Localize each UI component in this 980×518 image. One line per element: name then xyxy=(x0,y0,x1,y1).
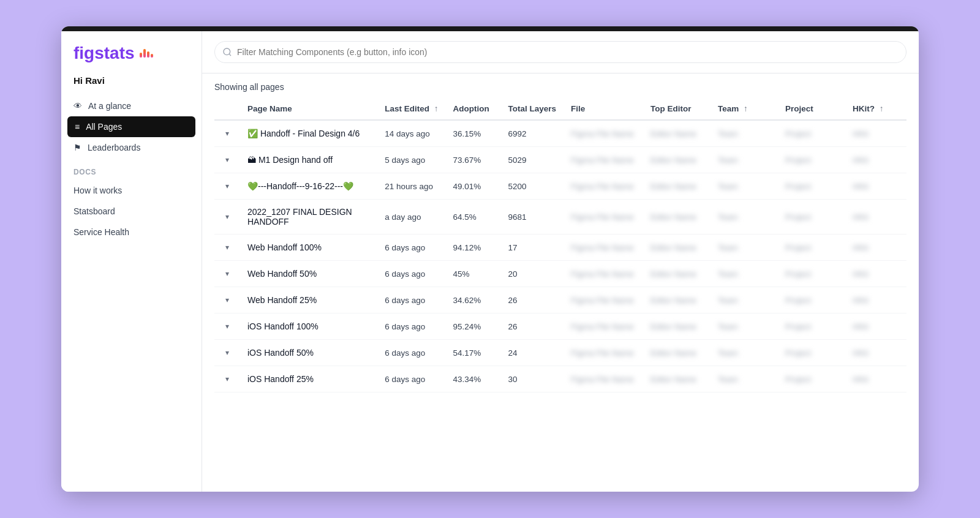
expand-button[interactable]: ▾ xyxy=(222,295,233,306)
search-input[interactable] xyxy=(214,41,907,63)
expand-cell[interactable]: ▾ xyxy=(214,235,240,261)
blurred-cell: Project xyxy=(785,182,811,191)
page-name-cell: 2022_1207 FINAL DESIGN HANDOFF xyxy=(240,200,377,235)
expand-cell[interactable]: ▾ xyxy=(214,261,240,287)
sidebar-item-how-it-works[interactable]: How it works xyxy=(61,180,202,201)
table-row: ▾ iOS Handoff 50% 6 days ago 54.17% 24 F… xyxy=(214,340,907,366)
logo-bar-1 xyxy=(140,53,142,58)
sidebar-item-at-a-glance[interactable]: 👁 At a glance xyxy=(61,96,202,116)
last-edited-cell: 5 days ago xyxy=(377,147,445,173)
last-edited-cell: 6 days ago xyxy=(377,340,445,366)
hkit-cell: HKit xyxy=(845,313,907,340)
team-cell: Team xyxy=(710,261,778,287)
expand-cell[interactable]: ▾ xyxy=(214,366,240,392)
page-name-cell: Web Handoff 25% xyxy=(240,287,377,313)
sidebar-item-leaderboards[interactable]: ⚑ Leaderboards xyxy=(61,137,202,158)
blurred-cell: Editor Name xyxy=(650,296,696,305)
team-cell: Team xyxy=(710,173,778,200)
page-name: 2022_1207 FINAL DESIGN HANDOFF xyxy=(247,207,352,227)
hkit-cell: HKit xyxy=(845,261,907,287)
adoption-cell: 73.67% xyxy=(445,147,500,173)
blurred-cell: Figma File Name xyxy=(571,296,634,305)
expand-button[interactable]: ▾ xyxy=(222,347,233,358)
expand-button[interactable]: ▾ xyxy=(222,321,233,332)
expand-cell[interactable]: ▾ xyxy=(214,340,240,366)
blurred-cell: Figma File Name xyxy=(571,348,634,358)
adoption-cell: 36.15% xyxy=(445,120,500,147)
project-cell: Project xyxy=(778,200,845,235)
expand-cell[interactable]: ▾ xyxy=(214,287,240,313)
last-edited-cell: 6 days ago xyxy=(377,313,445,340)
blurred-cell: Editor Name xyxy=(650,348,696,358)
top-editor-cell: Editor Name xyxy=(643,340,710,366)
blurred-cell: Team xyxy=(718,182,738,191)
blurred-cell: Figma File Name xyxy=(571,322,634,331)
sidebar-item-service-health[interactable]: Service Health xyxy=(61,222,202,242)
expand-cell[interactable]: ▾ xyxy=(214,147,240,173)
blurred-cell: Project xyxy=(785,129,811,138)
page-name-cell: 🏔 M1 Design hand off xyxy=(240,147,377,173)
layers-cell: 9681 xyxy=(500,200,564,235)
window-titlebar xyxy=(61,26,919,31)
blurred-cell: Figma File Name xyxy=(571,212,634,222)
sidebar-item-all-pages[interactable]: ≡ All Pages xyxy=(67,116,195,137)
layers-cell: 26 xyxy=(500,313,564,340)
last-edited-cell: 6 days ago xyxy=(377,366,445,392)
blurred-cell: HKit xyxy=(853,129,869,138)
expand-button[interactable]: ▾ xyxy=(222,154,233,165)
expand-button[interactable]: ▾ xyxy=(222,242,233,253)
expand-cell[interactable]: ▾ xyxy=(214,200,240,235)
file-cell: Figma File Name xyxy=(564,340,643,366)
col-file: File xyxy=(564,98,643,120)
page-name: Web Handoff 50% xyxy=(247,269,317,279)
expand-button[interactable]: ▾ xyxy=(222,211,233,222)
expand-cell[interactable]: ▾ xyxy=(214,120,240,147)
layers-cell: 20 xyxy=(500,261,564,287)
blurred-cell: Team xyxy=(718,129,738,138)
last-edited-cell: a day ago xyxy=(377,200,445,235)
blurred-cell: Figma File Name xyxy=(571,182,634,191)
layers-cell: 5200 xyxy=(500,173,564,200)
logo-bar-4 xyxy=(151,54,153,58)
adoption-cell: 94.12% xyxy=(445,235,500,261)
file-cell: Figma File Name xyxy=(564,235,643,261)
app-window: figstats Hi Ravi 👁 At a glance ≡ All Pag… xyxy=(61,26,919,492)
project-cell: Project xyxy=(778,120,845,147)
page-name-cell: iOS Handoff 25% xyxy=(240,366,377,392)
expand-cell[interactable]: ▾ xyxy=(214,313,240,340)
sidebar-item-statsboard[interactable]: Statsboard xyxy=(61,201,202,222)
table-row: ▾ 🏔 M1 Design hand off 5 days ago 73.67%… xyxy=(214,147,907,173)
search-bar-container xyxy=(202,31,919,73)
blurred-cell: Figma File Name xyxy=(571,129,634,138)
file-cell: Figma File Name xyxy=(564,173,643,200)
table-body: ▾ ✅ Handoff - Final Design 4/6 14 days a… xyxy=(214,120,907,392)
table-row: ▾ iOS Handoff 100% 6 days ago 95.24% 26 … xyxy=(214,313,907,340)
blurred-cell: Editor Name xyxy=(650,182,696,191)
blurred-cell: Project xyxy=(785,348,811,358)
page-name-cell: iOS Handoff 100% xyxy=(240,313,377,340)
table-row: ▾ iOS Handoff 25% 6 days ago 43.34% 30 F… xyxy=(214,366,907,392)
expand-button[interactable]: ▾ xyxy=(222,128,233,139)
blurred-cell: Editor Name xyxy=(650,129,696,138)
project-cell: Project xyxy=(778,313,845,340)
sidebar-item-label: Statsboard xyxy=(74,206,115,216)
file-cell: Figma File Name xyxy=(564,313,643,340)
page-name-cell: Web Handoff 100% xyxy=(240,235,377,261)
expand-button[interactable]: ▾ xyxy=(222,268,233,279)
team-cell: Team xyxy=(710,120,778,147)
blurred-cell: HKit xyxy=(853,322,869,331)
file-cell: Figma File Name xyxy=(564,261,643,287)
main-content: Showing all pages Page Name Last Edited xyxy=(202,31,919,492)
blurred-cell: Team xyxy=(718,156,738,165)
logo: figstats xyxy=(61,43,202,75)
expand-cell[interactable]: ▾ xyxy=(214,173,240,200)
hkit-cell: HKit xyxy=(845,235,907,261)
logo-bar-3 xyxy=(147,51,149,58)
top-editor-cell: Editor Name xyxy=(643,120,710,147)
adoption-cell: 64.5% xyxy=(445,200,500,235)
page-name: ✅ Handoff - Final Design 4/6 xyxy=(247,129,360,138)
blurred-cell: Editor Name xyxy=(650,269,696,279)
menu-icon: ≡ xyxy=(75,122,80,132)
expand-button[interactable]: ▾ xyxy=(222,181,233,192)
expand-button[interactable]: ▾ xyxy=(222,373,233,385)
